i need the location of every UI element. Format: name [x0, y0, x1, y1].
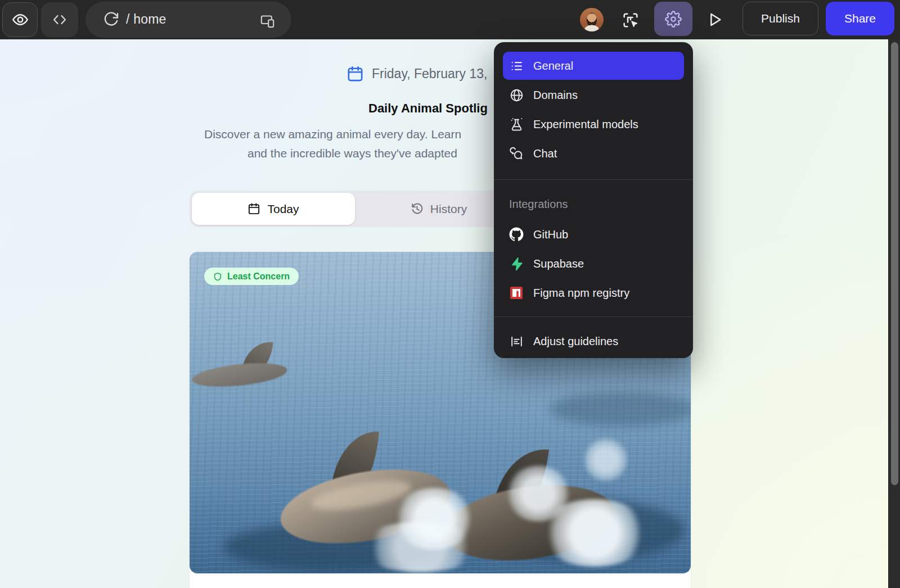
npm-icon	[509, 286, 524, 300]
chat-icon	[509, 147, 524, 161]
publish-button[interactable]: Publish	[742, 2, 818, 35]
tab-history-label: History	[430, 202, 467, 216]
menu-item-label: GitHub	[533, 228, 568, 241]
page-title: Daily Animal Spotlig	[368, 101, 488, 116]
menu-item-label: Experimental models	[533, 118, 638, 131]
flask-icon	[509, 117, 524, 132]
menu-item-label: Chat	[533, 147, 557, 160]
preview-eye-button[interactable]	[2, 2, 38, 37]
gear-icon	[665, 11, 682, 28]
tab-group: Today History	[190, 191, 524, 227]
menu-item-domains[interactable]: Domains	[503, 80, 684, 110]
menu-item-general[interactable]: General	[503, 52, 684, 80]
scrollbar-track[interactable]	[888, 39, 900, 588]
date-text: Friday, February 13,	[372, 66, 487, 82]
select-frame-button[interactable]	[618, 10, 643, 31]
share-button[interactable]: Share	[826, 2, 894, 35]
app-window: Friday, February 13, Daily Animal Spotli…	[0, 0, 900, 588]
frame-cursor-icon	[621, 11, 640, 30]
calendar-icon	[248, 202, 260, 215]
tab-today[interactable]: Today	[192, 193, 355, 225]
refresh-icon[interactable]	[103, 11, 119, 28]
code-icon	[52, 12, 68, 28]
supabase-icon	[509, 257, 524, 271]
menu-item-figma-npm-registry[interactable]: Figma npm registry	[503, 278, 684, 307]
status-badge-label: Least Concern	[227, 272, 290, 282]
menu-item-github[interactable]: GitHub	[503, 220, 684, 249]
settings-button[interactable]	[654, 2, 692, 36]
globe-icon	[509, 88, 524, 102]
avatar[interactable]	[580, 8, 604, 31]
shield-icon	[213, 272, 222, 281]
list-icon	[509, 59, 524, 73]
menu-item-supabase[interactable]: Supabase	[503, 249, 684, 278]
page-subtitle-line1: Discover a new amazing animal every day.…	[204, 128, 461, 141]
responsive-devices-icon[interactable]	[260, 13, 275, 29]
address-pill: / home	[86, 2, 291, 38]
page-subtitle-line2: and the incredible ways they've adapted	[248, 147, 457, 160]
top-toolbar: / home Publish Share	[0, 0, 900, 39]
menu-item-label: Adjust guidelines	[533, 335, 618, 348]
menu-item-label: Domains	[533, 89, 578, 102]
history-icon	[411, 202, 424, 215]
breadcrumb[interactable]: / home	[126, 12, 166, 27]
menu-item-experimental-models[interactable]: Experimental models	[503, 110, 684, 139]
menu-item-label: Supabase	[533, 257, 584, 270]
preview-canvas: Friday, February 13, Daily Animal Spotli…	[0, 39, 888, 588]
run-button[interactable]	[703, 8, 727, 31]
integrations-section-label: Integrations	[509, 198, 684, 211]
guidelines-icon	[509, 334, 524, 349]
code-view-button[interactable]	[41, 2, 78, 37]
play-icon	[706, 11, 724, 29]
date-row: Friday, February 13,	[346, 65, 487, 83]
menu-item-chat[interactable]: Chat	[503, 139, 684, 168]
menu-item-label: Figma npm registry	[533, 287, 629, 300]
calendar-icon	[346, 65, 364, 83]
menu-divider	[494, 179, 693, 180]
github-icon	[509, 227, 524, 242]
menu-item-adjust-guidelines[interactable]: Adjust guidelines	[503, 327, 684, 356]
status-badge: Least Concern	[204, 268, 299, 285]
scrollbar-thumb[interactable]	[891, 42, 898, 485]
tab-today-label: Today	[267, 202, 299, 216]
settings-menu: General Domains Experimental models Chat…	[494, 42, 693, 358]
menu-item-label: General	[533, 60, 573, 73]
eye-icon	[12, 11, 29, 28]
menu-divider	[494, 316, 693, 317]
